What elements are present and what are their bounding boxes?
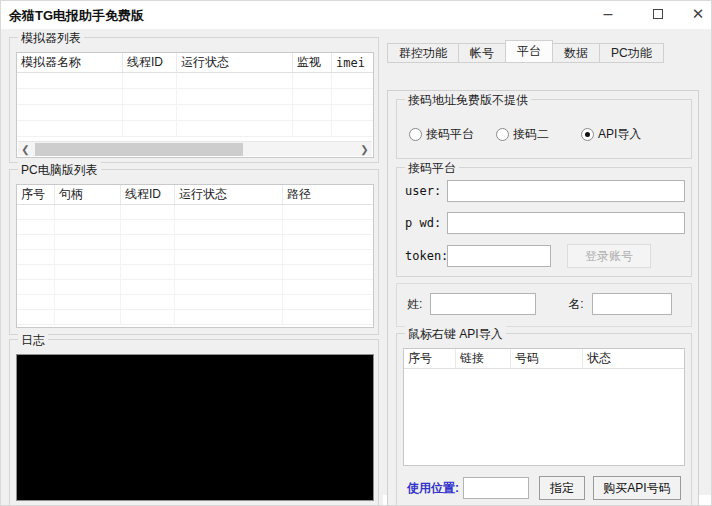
table-cell bbox=[55, 220, 121, 234]
emulator-list-group: 模拟器列表 模拟器名称 线程ID 运行状态 监视 imei ❮ ❯ bbox=[9, 37, 379, 163]
lastname-input[interactable] bbox=[430, 293, 536, 315]
table-cell bbox=[175, 235, 283, 249]
scroll-left-arrow-icon[interactable]: ❮ bbox=[18, 142, 33, 157]
pc-col-index: 序号 bbox=[17, 185, 55, 204]
api-table-body[interactable] bbox=[404, 369, 684, 465]
pc-table-header: 序号 句柄 线程ID 运行状态 路径 bbox=[17, 185, 373, 205]
table-cell bbox=[293, 105, 332, 120]
table-cell bbox=[332, 89, 373, 104]
api-table-header: 序号 链接 号码 状态 bbox=[404, 349, 684, 369]
table-cell bbox=[332, 105, 373, 120]
close-button[interactable]: ✕ bbox=[683, 1, 712, 27]
api-import-group-title: 鼠标右键 API导入 bbox=[405, 326, 506, 343]
radio-api-import[interactable]: API导入 bbox=[581, 126, 641, 143]
emulator-col-imei: imei bbox=[332, 53, 373, 72]
emulator-table[interactable]: 模拟器名称 线程ID 运行状态 监视 imei ❮ ❯ bbox=[16, 52, 374, 158]
table-row bbox=[17, 105, 373, 121]
tab-platform[interactable]: 平台 bbox=[505, 40, 553, 63]
table-row bbox=[17, 73, 373, 89]
emulator-col-monitor: 监视 bbox=[293, 53, 332, 72]
scroll-right-arrow-icon[interactable]: ❯ bbox=[357, 142, 372, 157]
pc-col-path: 路径 bbox=[283, 185, 373, 204]
client-area: 模拟器列表 模拟器名称 线程ID 运行状态 监视 imei ❮ ❯ bbox=[1, 29, 712, 506]
table-cell bbox=[17, 121, 123, 136]
table-cell bbox=[283, 310, 373, 324]
emulator-table-body[interactable] bbox=[17, 73, 373, 137]
api-col-index: 序号 bbox=[404, 349, 456, 368]
sms-address-group: 接码地址免费版不提供 接码平台 接码二 API导入 bbox=[396, 99, 692, 159]
log-output[interactable] bbox=[16, 354, 374, 501]
api-import-group: 鼠标右键 API导入 序号 链接 号码 状态 使用位置: 指定 购买API号码 bbox=[396, 333, 692, 506]
maximize-button[interactable] bbox=[643, 1, 673, 27]
table-cell bbox=[17, 280, 55, 294]
table-cell bbox=[175, 250, 283, 264]
table-cell bbox=[283, 295, 373, 309]
user-input[interactable] bbox=[447, 180, 685, 202]
sms-address-group-title: 接码地址免费版不提供 bbox=[405, 92, 531, 109]
lastname-label: 姓: bbox=[407, 296, 422, 313]
table-cell bbox=[121, 310, 175, 324]
table-cell bbox=[283, 250, 373, 264]
emulator-h-scrollbar[interactable]: ❮ ❯ bbox=[18, 141, 372, 156]
radio-sms-two[interactable]: 接码二 bbox=[496, 126, 549, 143]
api-col-link: 链接 bbox=[456, 349, 511, 368]
log-title: 日志 bbox=[18, 332, 48, 349]
table-cell bbox=[283, 205, 373, 219]
table-row bbox=[17, 121, 373, 137]
table-cell bbox=[293, 121, 332, 136]
emulator-col-status: 运行状态 bbox=[177, 53, 293, 72]
emulator-list-title: 模拟器列表 bbox=[18, 30, 84, 47]
user-label: user: bbox=[405, 184, 447, 198]
minimize-button[interactable]: – bbox=[593, 1, 623, 27]
use-position-input[interactable] bbox=[463, 477, 529, 499]
table-cell bbox=[17, 205, 55, 219]
pc-list-group: PC电脑版列表 序号 句柄 线程ID 运行状态 路径 bbox=[9, 169, 379, 335]
pwd-input[interactable] bbox=[447, 212, 685, 234]
token-input[interactable] bbox=[447, 245, 551, 267]
table-cell bbox=[121, 235, 175, 249]
emulator-col-thread: 线程ID bbox=[123, 53, 177, 72]
table-cell bbox=[177, 73, 293, 88]
table-cell bbox=[123, 89, 177, 104]
radio-sms-two-label: 接码二 bbox=[513, 126, 549, 143]
minimize-icon: – bbox=[604, 5, 613, 23]
specify-button[interactable]: 指定 bbox=[539, 476, 585, 500]
table-cell bbox=[121, 265, 175, 279]
use-position-label: 使用位置: bbox=[407, 480, 459, 497]
emulator-col-name: 模拟器名称 bbox=[17, 53, 123, 72]
pc-list-title: PC电脑版列表 bbox=[18, 162, 101, 179]
pc-table[interactable]: 序号 句柄 线程ID 运行状态 路径 bbox=[16, 184, 374, 328]
table-cell bbox=[121, 295, 175, 309]
table-cell bbox=[17, 105, 123, 120]
table-cell bbox=[55, 295, 121, 309]
table-cell bbox=[175, 220, 283, 234]
radio-api-import-label: API导入 bbox=[598, 126, 641, 143]
table-cell bbox=[283, 235, 373, 249]
table-row bbox=[17, 235, 373, 250]
table-row bbox=[17, 265, 373, 280]
table-cell bbox=[293, 73, 332, 88]
tab-account[interactable]: 帐号 bbox=[459, 43, 506, 63]
table-cell bbox=[177, 121, 293, 136]
table-cell bbox=[55, 310, 121, 324]
scroll-thumb[interactable] bbox=[35, 143, 243, 156]
table-cell bbox=[55, 235, 121, 249]
table-cell bbox=[332, 73, 373, 88]
tab-data[interactable]: 数据 bbox=[553, 43, 600, 63]
sms-platform-group: 接码平台 user: p wd: token: 登录账号 bbox=[396, 167, 692, 277]
api-table[interactable]: 序号 链接 号码 状态 bbox=[403, 348, 685, 466]
tab-pc[interactable]: PC功能 bbox=[600, 43, 664, 63]
radio-sms-platform[interactable]: 接码平台 bbox=[409, 126, 474, 143]
tab-group-control[interactable]: 群控功能 bbox=[387, 43, 459, 63]
platform-tab-page: 接码地址免费版不提供 接码平台 接码二 API导入 bbox=[387, 90, 699, 506]
pc-col-handle: 句柄 bbox=[55, 185, 121, 204]
table-cell bbox=[17, 295, 55, 309]
table-cell bbox=[121, 250, 175, 264]
radio-sms-platform-label: 接码平台 bbox=[426, 126, 474, 143]
table-cell bbox=[17, 73, 123, 88]
api-col-status: 状态 bbox=[583, 349, 684, 368]
firstname-input[interactable] bbox=[592, 293, 672, 315]
buy-api-button[interactable]: 购买API号码 bbox=[593, 476, 681, 500]
pc-table-body[interactable] bbox=[17, 205, 373, 325]
radio-selected-icon bbox=[581, 128, 594, 141]
